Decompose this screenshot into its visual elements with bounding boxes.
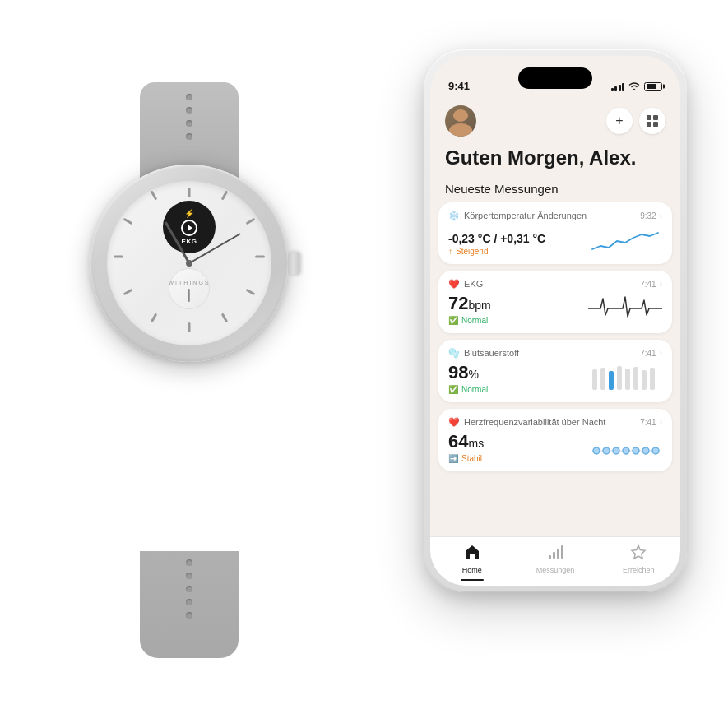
temperature-value: -0,23 °C / +0,31 °C — [448, 232, 588, 245]
temperature-card[interactable]: ❄️ Körpertemperatur Änderungen 9:32 › -0… — [438, 202, 672, 264]
hrv-card-header: ❤️ Herzfrequenzvariabilität über Nacht 7… — [448, 417, 662, 428]
hrv-number: 64 — [448, 431, 468, 452]
ekg-title-row: ❤️ EKG — [448, 279, 483, 290]
band-hole — [186, 612, 192, 619]
band-hole — [186, 559, 192, 566]
svg-point-16 — [623, 447, 629, 454]
sub-dial-hand — [188, 289, 190, 302]
ekg-value: 72bpm — [448, 293, 588, 314]
lungs-icon: 🫧 — [448, 348, 460, 359]
watch-crown — [288, 252, 299, 275]
temperature-card-body: -0,23 °C / +0,31 °C ↑ Steigend — [448, 223, 662, 256]
oxygen-chart — [588, 361, 662, 394]
ekg-label: EKG — [182, 238, 197, 245]
ekg-unit: bpm — [468, 299, 490, 312]
settings-button[interactable] — [639, 108, 665, 134]
temperature-status: ↑ Steigend — [448, 247, 588, 256]
ekg-chevron-icon: › — [660, 280, 662, 289]
watch-sub-dial — [169, 268, 210, 309]
watch-center-dot — [186, 260, 192, 267]
svg-point-15 — [613, 447, 619, 454]
svg-rect-4 — [592, 369, 597, 390]
svg-point-18 — [642, 447, 649, 454]
oxygen-unit: % — [468, 368, 478, 381]
status-icons — [611, 81, 663, 92]
ekg-title: EKG — [464, 279, 483, 289]
ekg-status-text: Normal — [461, 316, 488, 325]
svg-rect-1 — [653, 115, 658, 120]
watch-dial: ⚡ EKG — [107, 181, 271, 345]
ekg-circle: ⚡ EKG — [163, 201, 216, 253]
check-icon: ✅ — [448, 316, 458, 325]
band-hole — [186, 94, 192, 100]
watch-case: ⚡ EKG — [90, 165, 288, 362]
oxygen-card-body: 98% ✅ Normal — [448, 360, 662, 394]
oxygen-time: 7:41 — [640, 349, 656, 358]
arrow-icon: ➡️ — [448, 454, 458, 463]
signal-bar-4 — [622, 83, 624, 91]
hrv-card-body: 64ms ➡️ Stabil — [448, 429, 662, 463]
nav-home-label: Home — [462, 566, 482, 574]
watch-band-bottom — [140, 551, 239, 658]
nav-messungen[interactable]: Messungen — [513, 544, 596, 574]
status-time: 9:41 — [448, 80, 470, 92]
header-buttons: + — [606, 108, 665, 134]
nav-erreichen-label: Erreichen — [623, 566, 655, 574]
ekg-chart — [588, 292, 662, 325]
battery-fill — [647, 84, 657, 89]
add-button[interactable]: + — [606, 108, 633, 134]
band-hole — [186, 599, 192, 605]
hrv-title-row: ❤️ Herzfrequenzvariabilität über Nacht — [448, 417, 605, 428]
hrv-status-text: Stabil — [461, 454, 482, 463]
play-triangle-icon — [188, 225, 192, 231]
signal-bar-3 — [619, 85, 621, 91]
watch: ⚡ EKG — [49, 132, 329, 592]
svg-rect-7 — [617, 366, 622, 390]
erreichen-icon — [630, 544, 647, 564]
user-avatar[interactable] — [445, 105, 476, 137]
avatar-head — [453, 109, 468, 122]
section-title: Neueste Messungen — [430, 174, 680, 202]
svg-rect-21 — [553, 552, 555, 559]
svg-point-17 — [633, 447, 639, 454]
svg-rect-6 — [609, 371, 614, 390]
nav-messungen-label: Messungen — [536, 566, 575, 574]
hrv-title: Herzfrequenzvariabilität über Nacht — [464, 417, 605, 427]
hrv-heart-icon: ❤️ — [448, 417, 460, 428]
phone-screen: 9:41 — [430, 56, 680, 586]
oxygen-card-header: 🫧 Blutsauerstoff 7:41 › — [448, 348, 662, 359]
check-icon-2: ✅ — [448, 385, 458, 394]
oxygen-card[interactable]: 🫧 Blutsauerstoff 7:41 › 98% — [438, 340, 672, 402]
messungen-icon — [547, 544, 563, 564]
hrv-value: 64ms — [448, 431, 588, 452]
hrv-time: 7:41 — [640, 418, 656, 427]
ekg-card-body: 72bpm ✅ Normal — [448, 291, 662, 325]
temperature-chart — [588, 223, 662, 256]
svg-rect-11 — [650, 368, 655, 390]
hrv-card[interactable]: ❤️ Herzfrequenzvariabilität über Nacht 7… — [438, 409, 672, 471]
ekg-status: ✅ Normal — [448, 316, 588, 325]
oxygen-title-row: 🫧 Blutsauerstoff — [448, 348, 519, 359]
svg-rect-3 — [653, 122, 658, 127]
signal-bar-2 — [614, 86, 617, 91]
hrv-chart — [588, 438, 662, 463]
ekg-card[interactable]: ❤️ EKG 7:41 › 72bpm — [438, 271, 672, 333]
scene: ⚡ EKG — [0, 0, 728, 728]
temperature-time: 9:32 — [640, 211, 656, 220]
phone: 9:41 — [424, 49, 687, 592]
watch-brand-text: WITHINGS — [169, 280, 211, 285]
nav-erreichen[interactable]: Erreichen — [597, 544, 680, 574]
nav-home[interactable]: Home — [430, 544, 513, 574]
svg-rect-23 — [561, 545, 563, 559]
oxygen-status-text: Normal — [461, 385, 488, 394]
app-header: + — [430, 97, 680, 146]
dynamic-island — [518, 67, 592, 89]
ekg-number: 72 — [448, 293, 468, 313]
signal-bar-1 — [611, 88, 614, 91]
band-hole — [186, 133, 192, 140]
ekg-play-button[interactable] — [181, 220, 197, 236]
band-hole — [186, 573, 192, 579]
heartrate-icon: ⚡ — [184, 210, 194, 218]
heart-icon: ❤️ — [448, 279, 460, 290]
ekg-card-header: ❤️ EKG 7:41 › — [448, 279, 662, 290]
